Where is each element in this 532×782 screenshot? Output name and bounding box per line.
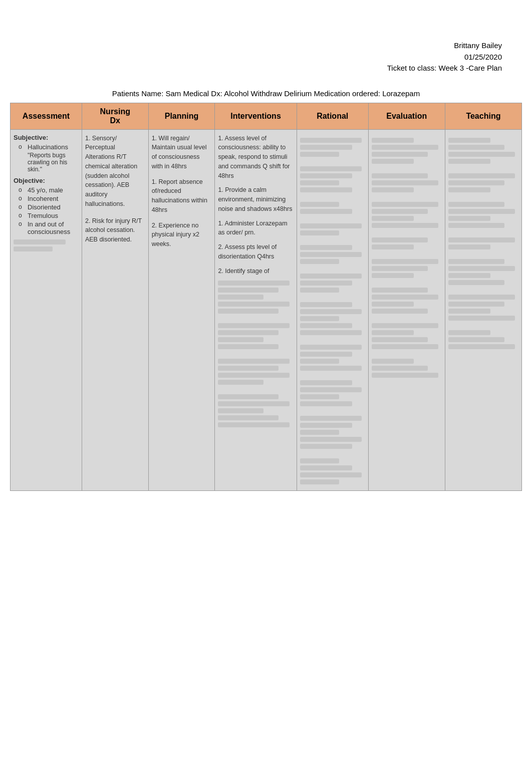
header-interventions: Interventions	[215, 103, 297, 129]
list-item: o Tremulous	[19, 212, 79, 219]
objective-label: Objective:	[14, 177, 79, 184]
list-item: o Disoriented	[19, 203, 79, 211]
bullet: o	[19, 143, 28, 151]
bullet: o	[19, 186, 28, 194]
subjective-item-1: Hallucinations	[28, 143, 68, 151]
list-item: o In and out of consciousness	[19, 220, 79, 235]
intervention-item1: 1. Assess level of consciousness: abilit…	[218, 134, 293, 181]
bullet: o	[19, 220, 28, 235]
list-item: o Hallucinations	[19, 143, 79, 151]
planning-item1: 1. Will regain/ Maintain usual level of …	[152, 134, 212, 171]
subjective-label: Subjective:	[14, 134, 79, 141]
evaluation-cell	[368, 129, 445, 490]
nursing-dx-cell: 1. Sensory/ Perceptual Alterations R/T c…	[82, 129, 148, 490]
planning-item2: 1. Report absence of/reduced hallucinati…	[152, 177, 212, 215]
patient-info-line: Patients Name: Sam Medical Dx: Alcohol W…	[10, 89, 522, 98]
header-subtitle: Ticket to class: Week 3 -Care Plan	[10, 63, 502, 74]
list-item: o Incoherent	[19, 195, 79, 202]
header-assessment: Assessment	[11, 103, 82, 129]
obj-item-3: Disoriented	[28, 203, 61, 211]
rational-cell	[297, 129, 368, 490]
planning-item3: 2. Experience no physical injury x2 week…	[152, 221, 212, 249]
planning-cell: 1. Will regain/ Maintain usual level of …	[148, 129, 215, 490]
rational-blurred	[300, 138, 365, 484]
obj-item-2: Incoherent	[28, 195, 58, 202]
bullet: o	[19, 195, 28, 202]
bullet: o	[19, 212, 28, 219]
teaching-blurred	[448, 138, 518, 349]
header-rational: Rational	[297, 103, 368, 129]
obj-item-5: In and out of consciousness	[28, 220, 79, 235]
bullet: o	[19, 203, 28, 211]
subjective-quote: "Reports bugs crawling on his skin."	[28, 152, 79, 173]
nursing-dx-item1: 1. Sensory/ Perceptual Alterations R/T c…	[85, 134, 145, 209]
interventions-cell: 1. Assess level of consciousness: abilit…	[215, 129, 297, 490]
header-nursing-dx: NursingDx	[82, 103, 148, 129]
header-planning: Planning	[148, 103, 215, 129]
intervention-item3: 1. Administer Lorazepam as order/ prn.	[218, 219, 293, 238]
assessment-cell: Subjective: o Hallucinations "Reports bu…	[11, 129, 82, 490]
obj-item-1: 45 y/o, male	[28, 186, 63, 194]
header-evaluation: Evaluation	[368, 103, 445, 129]
list-item: o 45 y/o, male	[19, 186, 79, 194]
obj-item-4: Tremulous	[28, 212, 58, 219]
nursing-dx-item2: 2. Risk for injury R/T alcohol cessation…	[85, 216, 145, 244]
header-block: Brittany Bailey 01/25/2020 Ticket to cla…	[10, 10, 522, 74]
intervention-item4: 2. Assess pts level of disorientation Q4…	[218, 242, 293, 262]
header-teaching: Teaching	[445, 103, 521, 129]
author-name: Brittany Bailey	[10, 40, 502, 52]
intervention-item5: 2. Identify stage of	[218, 267, 293, 276]
teaching-cell	[445, 129, 521, 490]
blurred-assessment-extra	[14, 239, 79, 251]
intervention-item2: 1. Provide a calm environment, minimizin…	[218, 185, 293, 213]
header-date: 01/25/2020	[10, 52, 502, 63]
care-plan-table: Assessment NursingDx Planning Interventi…	[10, 103, 522, 491]
evaluation-blurred	[372, 138, 442, 378]
interventions-blurred	[218, 281, 293, 427]
